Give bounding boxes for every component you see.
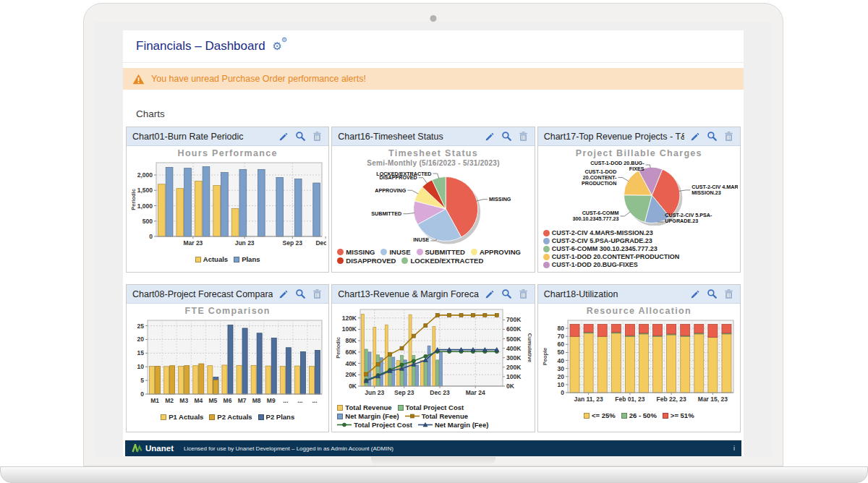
info-icon[interactable]: i	[733, 445, 735, 452]
panel-header: Chart13-Revenue & Margin Forecast	[332, 285, 534, 304]
legend-item: Plans	[234, 255, 260, 263]
svg-text:M4: M4	[194, 397, 203, 404]
zoom-magnifier-icon[interactable]	[707, 131, 718, 142]
legend-item: LOCKED/EXTRACTED	[401, 257, 483, 265]
svg-text:Sep 23: Sep 23	[283, 239, 303, 247]
svg-text:SUBMITTED: SUBMITTED	[372, 210, 402, 217]
alert-banner[interactable]: You have unread Purchase Order performan…	[123, 68, 744, 90]
svg-text:20: 20	[137, 335, 145, 343]
legend-item: DISAPPROVED	[337, 257, 396, 265]
svg-text:100K: 100K	[342, 325, 357, 333]
legend-item: P2 Plans	[258, 413, 295, 421]
chart-subtitle: Semi-Monthly (5/16/2023 - 5/31/2023)	[334, 159, 532, 168]
settings-gear-icon[interactable]: ⚙ ⚙	[273, 40, 282, 53]
legend-item: SUBMITTED	[417, 248, 465, 256]
edit-pencil-icon[interactable]	[690, 131, 701, 142]
zoom-magnifier-icon[interactable]	[501, 131, 512, 142]
panel-header: Chart01-Burn Rate Periodic	[127, 127, 328, 146]
edit-pencil-icon[interactable]	[278, 288, 289, 299]
edit-pencil-icon[interactable]	[690, 288, 701, 299]
svg-text:M7: M7	[238, 397, 247, 404]
svg-text:Jun 23: Jun 23	[235, 239, 255, 247]
chart-panel-top-revenue: Chart17-Top Revenue Projects - T&M Proje…	[537, 127, 741, 273]
svg-text:10: 10	[557, 381, 564, 388]
delete-trash-icon[interactable]	[312, 288, 323, 299]
zoom-magnifier-icon[interactable]	[295, 131, 306, 142]
charts-section-label: Charts	[123, 108, 744, 119]
legend-item: 26 - 50%	[621, 411, 657, 419]
svg-text:20K: 20K	[346, 371, 357, 378]
edit-pencil-icon[interactable]	[485, 131, 495, 142]
svg-text:Jun 23: Jun 23	[365, 389, 385, 396]
panel-title: Chart16-Timesheet Status	[338, 132, 478, 142]
svg-text:INUSE: INUSE	[414, 236, 430, 243]
footer-license-text: Licensed for use by Unanet Development –…	[184, 445, 393, 452]
chart-title: Hours Performance	[129, 148, 326, 159]
svg-text:0: 0	[140, 390, 144, 398]
svg-text:40K: 40K	[346, 360, 357, 367]
delete-trash-icon[interactable]	[518, 288, 529, 299]
dashboard-page: Financials – Dashboard ⚙ ⚙ You have unre…	[123, 30, 744, 456]
legend-item: Total Revenue	[337, 403, 391, 411]
svg-text:...: ...	[312, 397, 317, 404]
svg-text:25: 25	[137, 322, 145, 330]
svg-text:Jan 11, 23: Jan 11, 23	[574, 396, 603, 403]
revenue-margin-combo-chart: 0K20K40K60K80K100K120K0K100K200K300K400K…	[334, 306, 532, 400]
legend-item: P2 Actuals	[209, 413, 252, 421]
svg-text:M2: M2	[165, 397, 174, 404]
delete-trash-icon[interactable]	[518, 131, 529, 142]
svg-text:200K: 200K	[506, 364, 522, 371]
svg-text:Periodic: Periodic	[335, 337, 341, 359]
zoom-magnifier-icon[interactable]	[501, 288, 512, 299]
panel-header: Chart08-Project Forecast Comparative	[127, 285, 328, 304]
screen: Financials – Dashboard ⚙ ⚙ You have unre…	[95, 22, 772, 456]
legend-item: Net Margin (Fee)	[418, 421, 488, 429]
svg-text:M6: M6	[224, 397, 232, 404]
chart-title: Project Billable Charges	[540, 148, 738, 159]
svg-text:M1: M1	[150, 397, 159, 404]
delete-trash-icon[interactable]	[723, 288, 734, 299]
unanet-logo: Unanet	[132, 444, 174, 453]
resource-allocation-stacked-chart: 01020304050607080Jan 11, 23Feb 01, 23Feb…	[540, 317, 738, 408]
chart-panel-timesheet-status: Chart16-Timesheet Status Timesheet Statu…	[331, 127, 535, 273]
svg-text:70: 70	[557, 333, 564, 340]
svg-text:15: 15	[137, 349, 145, 356]
legend-item: CUST-2-CIV 4.MARS-MISSION.23	[543, 229, 653, 237]
svg-text:300.10.2345.777.23: 300.10.2345.777.23	[572, 215, 618, 222]
edit-pencil-icon[interactable]	[278, 131, 289, 142]
delete-trash-icon[interactable]	[723, 131, 734, 142]
svg-text:Cumulative: Cumulative	[527, 333, 532, 362]
legend-item: CUST-1-DOD 20.CONTENT-PRODUCTION	[543, 253, 680, 261]
svg-text:MISSION.23: MISSION.23	[692, 189, 720, 196]
svg-text:FIXES: FIXES	[629, 166, 644, 172]
svg-text:0K: 0K	[506, 382, 515, 390]
panel-header: Chart17-Top Revenue Projects - T&M	[538, 127, 740, 146]
svg-text:500: 500	[142, 218, 153, 225]
svg-text:10: 10	[137, 363, 145, 370]
svg-text:PRODUCTION: PRODUCTION	[582, 180, 616, 187]
charts-grid: Chart01-Burn Rate Periodic Hours Perform…	[123, 119, 744, 432]
svg-text:Feb 01, 23: Feb 01, 23	[615, 396, 644, 403]
page-title: Financials – Dashboard	[136, 39, 265, 54]
panel-title: Chart13-Revenue & Margin Forecast	[338, 289, 478, 299]
zoom-magnifier-icon[interactable]	[295, 288, 306, 299]
edit-pencil-icon[interactable]	[485, 288, 495, 299]
delete-trash-icon[interactable]	[312, 131, 323, 142]
unanet-logo-text: Unanet	[145, 444, 174, 453]
panel-body: Resource Allocation 01020304050607080Jan…	[538, 304, 740, 422]
panel-body: Project Billable Charges CUST-2-CIV 4.MA…	[538, 146, 740, 272]
svg-text:5: 5	[140, 377, 144, 384]
legend-item: CUST-2-CIV 5.PSA-UPGRADE.23	[543, 237, 652, 245]
svg-text:M3: M3	[179, 397, 188, 404]
panel-body: 0K20K40K60K80K100K120K0K100K200K300K400K…	[332, 304, 534, 432]
svg-text:Feb 22, 23: Feb 22, 23	[656, 396, 686, 403]
svg-text:M8: M8	[252, 397, 261, 404]
app-footer: Unanet Licensed for use by Unanet Develo…	[125, 440, 741, 456]
chart-legend: ActualsPlans	[129, 255, 326, 263]
chart-legend: Total RevenueTotal Project CostNet Margi…	[334, 403, 532, 429]
zoom-magnifier-icon[interactable]	[707, 288, 718, 299]
svg-text:50: 50	[557, 349, 564, 356]
legend-item: P1 Actuals	[161, 413, 203, 421]
page-header: Financials – Dashboard ⚙ ⚙	[123, 30, 744, 63]
laptop-lid: Financials – Dashboard ⚙ ⚙ You have unre…	[83, 3, 783, 466]
